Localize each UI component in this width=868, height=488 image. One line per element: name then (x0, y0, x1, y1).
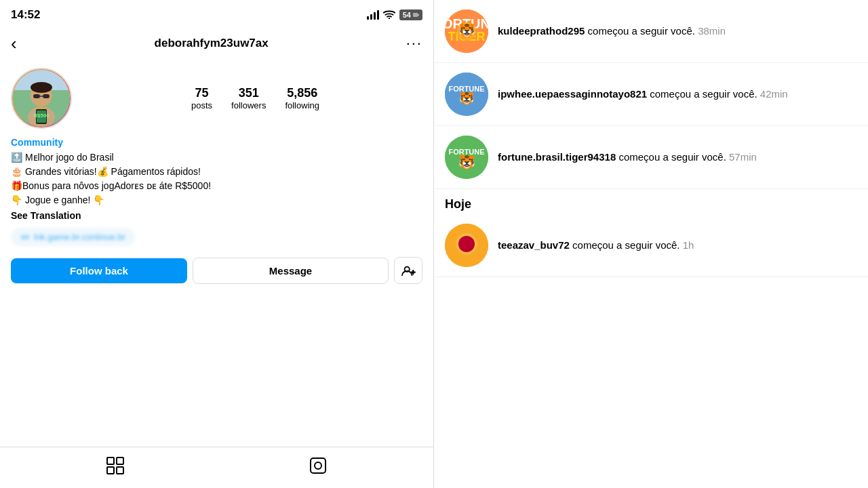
svg-rect-8 (33, 94, 40, 98)
message-button[interactable]: Message (193, 258, 389, 284)
avatar-image: R$500 (13, 70, 70, 127)
notif-action-3: começou a seguir você. (618, 151, 729, 163)
posts-count: 75 (195, 86, 209, 100)
status-bar: 14:52 54 (0, 0, 433, 27)
more-options-button[interactable]: ··· (406, 35, 422, 52)
notif-username-2[interactable]: ipwhee.uepaessaginnotayo821 (498, 88, 647, 100)
left-panel: 14:52 54 ‹ debo (0, 0, 434, 488)
notif-time-today-1: 1h (683, 239, 694, 251)
grid-view-button[interactable] (106, 457, 124, 479)
notif-time-2: 42min (760, 88, 788, 100)
notif-username-3[interactable]: fortune.brasil.tiger94318 (498, 151, 616, 163)
svg-rect-1 (413, 13, 418, 17)
signal-icon (367, 10, 379, 20)
notif-avatar-1[interactable]: FORTUNE TIGER 🐯 (445, 9, 488, 53)
today-section-header: Hoje (434, 189, 868, 214)
notif-text-3: fortune.brasil.tiger94318 começou a segu… (498, 150, 857, 165)
svg-rect-19 (107, 467, 114, 474)
svg-point-36 (458, 236, 475, 252)
back-button[interactable]: ‹ (11, 33, 17, 54)
svg-text:🐯: 🐯 (459, 91, 475, 106)
community-link[interactable]: Community (11, 137, 422, 148)
svg-rect-18 (117, 458, 123, 464)
profile-link-section: lnk.game.br.continue.br (0, 226, 433, 251)
followers-label: followers (231, 100, 266, 110)
status-time: 14:52 (11, 8, 40, 22)
bio-line-2: 🎂 Grandes vitórias!💰 Págamentos rápidos! (11, 165, 422, 179)
add-friend-button[interactable] (394, 257, 422, 284)
profile-header: ‹ deborahfym23uw7ax ··· (0, 27, 433, 60)
followers-stat[interactable]: 351 followers (231, 86, 266, 110)
notification-item: FORTUNE 🐯 fortune.brasil.tiger94318 come… (434, 126, 868, 189)
see-translation-button[interactable]: See Translation (11, 210, 422, 221)
notif-action-today-1: começou a seguir você. (572, 239, 683, 251)
follow-back-button[interactable]: Follow back (11, 258, 187, 283)
posts-label: posts (191, 100, 212, 110)
bio-line-1: 🔝 Mᴇlhor jogo do Brasil (11, 150, 422, 165)
notif-avatar-3[interactable]: FORTUNE 🐯 (445, 136, 488, 179)
notification-item: FORTUNE TIGER 🐯 kuldeeprathod295 começou… (434, 0, 868, 63)
action-buttons: Follow back Message (0, 251, 433, 289)
notif-username-1[interactable]: kuldeeprathod295 (498, 25, 585, 37)
following-stat[interactable]: 5,856 following (285, 86, 319, 110)
svg-rect-9 (43, 94, 50, 98)
battery-icon: 54 (399, 9, 422, 20)
svg-point-0 (389, 17, 390, 18)
notif-avatar-today-1[interactable] (445, 224, 488, 267)
notif-username-today-1[interactable]: teeazav_buv72 (498, 239, 570, 251)
svg-rect-17 (107, 458, 114, 464)
notification-item: FORTUNE 🐯 ipwhee.uepaessaginnotayo821 co… (434, 63, 868, 126)
svg-point-7 (31, 82, 52, 93)
profile-info-row: R$500 75 posts 351 followers 5,856 follo… (0, 60, 433, 134)
notif-action-2: começou a seguir você. (650, 88, 760, 100)
notification-item-today: teeazav_buv72 começou a seguir você. 1h (434, 214, 868, 277)
link-text: lnk.game.br.continue.br (34, 232, 125, 242)
bio-section: Community 🔝 Mᴇlhor jogo do Brasil 🎂 Gran… (0, 134, 433, 226)
profile-link[interactable]: lnk.game.br.continue.br (11, 228, 135, 246)
following-count: 5,856 (287, 86, 317, 100)
followers-count: 351 (239, 86, 259, 100)
notif-time-3: 57min (729, 151, 757, 163)
svg-rect-2 (418, 14, 419, 16)
bio-line-3: 🎁Bonus para nôvos jogAdorᴇs ᴅᴇ áte R$500… (11, 179, 422, 193)
avatar: R$500 (11, 68, 72, 129)
notif-time-1: 38min (698, 25, 726, 37)
notif-avatar-2[interactable]: FORTUNE 🐯 (445, 73, 488, 116)
bottom-nav (0, 447, 433, 488)
status-icons: 54 (367, 9, 422, 21)
posts-stat: 75 posts (191, 86, 212, 110)
profile-username: deborahfym23uw7ax (155, 37, 269, 50)
svg-text:🐯: 🐯 (458, 154, 475, 170)
notif-text-today-1: teeazav_buv72 começou a seguir você. 1h (498, 238, 857, 253)
bio-line-4: 👇 Jogue e ganhe! 👇 (11, 193, 422, 207)
wifi-icon (383, 9, 395, 21)
stats-row: 75 posts 351 followers 5,856 following (88, 86, 422, 110)
svg-point-22 (315, 462, 321, 469)
notif-text-2: ipwhee.uepaessaginnotayo821 começou a se… (498, 87, 857, 102)
svg-rect-20 (117, 467, 123, 474)
tagged-posts-button[interactable] (309, 457, 327, 479)
svg-text:🐯: 🐯 (458, 22, 475, 39)
svg-text:R$500: R$500 (33, 113, 50, 119)
notif-text-1: kuldeeprathod295 começou a seguir você. … (498, 24, 857, 39)
right-panel: FORTUNE TIGER 🐯 kuldeeprathod295 começou… (434, 0, 868, 488)
notif-action-1: começou a seguir você. (588, 25, 698, 37)
following-label: following (285, 100, 319, 110)
bio-text: 🔝 Mᴇlhor jogo do Brasil 🎂 Grandes vitóri… (11, 150, 422, 207)
svg-rect-21 (311, 458, 326, 473)
